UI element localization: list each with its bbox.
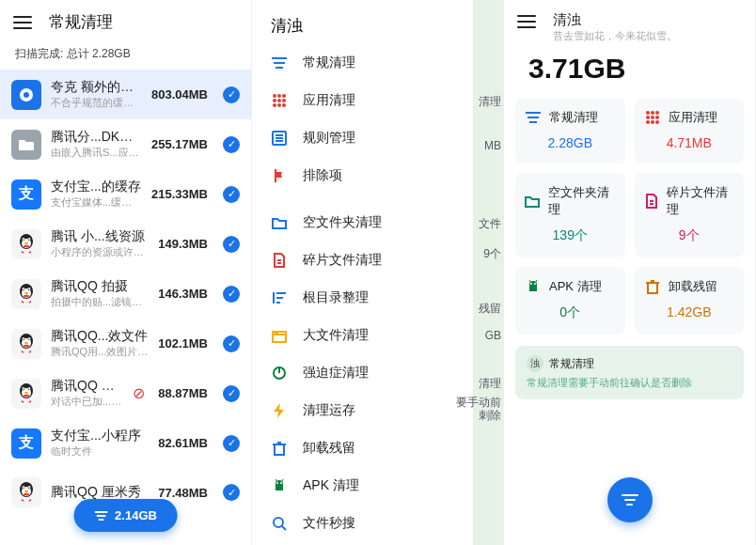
toast[interactable]: 浊 常规清理 常规清理需要手动前往确认是否删除	[515, 346, 744, 399]
page-title: 常规清理	[49, 11, 113, 33]
clean-card[interactable]: 卸载残留1.42GB	[635, 267, 745, 335]
menu-item[interactable]: 应用清理	[252, 82, 503, 119]
card-value: 1.42GB	[644, 304, 735, 319]
clean-fab[interactable]: 2.14GB	[73, 499, 178, 532]
clean-card[interactable]: APK 清理0个	[515, 267, 625, 335]
svg-point-33	[24, 394, 29, 397]
menu-item[interactable]: 卸载残留	[252, 429, 503, 467]
item-name: 腾讯QQ...效文件	[51, 328, 149, 345]
list-item[interactable]: 腾讯 小...线资源小程序的资源或许有用149.3MB✓	[0, 219, 251, 269]
item-name: 腾讯 小...线资源	[51, 228, 149, 245]
list-item[interactable]: 腾讯QQ 拍摄拍摄中的贴...滤镜资源等146.3MB✓	[0, 269, 251, 319]
list-item[interactable]: 支支付宝...的缓存支付宝媒体...缓存文件215.33MB✓	[0, 169, 251, 219]
clean-card[interactable]: 空文件夹清理139个	[515, 173, 625, 257]
menu-label: 常规清理	[303, 54, 355, 71]
fab-size: 2.14GB	[115, 508, 157, 522]
menu-item[interactable]: 排除项	[252, 157, 503, 195]
menu-item[interactable]: APK 清理	[252, 467, 503, 505]
svg-point-1	[24, 92, 29, 98]
checkbox[interactable]: ✓	[223, 385, 240, 402]
qq-icon	[11, 279, 41, 309]
svg-point-91	[655, 120, 659, 124]
menu-item[interactable]: 大文件清理	[252, 317, 503, 354]
clean-card[interactable]: 常规清理2.28GB	[515, 98, 625, 164]
checkbox[interactable]: ✓	[223, 86, 240, 103]
checkbox[interactable]: ✓	[223, 286, 240, 303]
menu-item[interactable]: 文件秒搜	[252, 505, 503, 542]
checkbox[interactable]: ✓	[223, 236, 240, 253]
svg-point-7	[28, 239, 29, 240]
list-item[interactable]: 腾讯QQ 聊天图片对话中已加...的图片缓存⊘88.87MB✓	[0, 368, 251, 418]
flag-icon	[271, 167, 288, 184]
menu-item[interactable]: 常规清理	[252, 44, 503, 82]
list-item[interactable]: 夸克 额外的缓存不合乎规范的缓存目录803.04MB✓	[0, 70, 251, 119]
checkbox[interactable]: ✓	[223, 335, 240, 352]
svg-point-48	[273, 99, 276, 102]
scan-status: 扫描完成: 总计 2.28GB	[0, 42, 251, 70]
clean-card[interactable]: 应用清理4.71MB	[635, 98, 745, 164]
phone3-dashboard: 清浊 昔去雪如花，今来花似雪。 3.71GB 常规清理2.28GB应用清理4.7…	[504, 0, 756, 545]
menu-item[interactable]: 清理运存	[252, 392, 503, 429]
svg-point-8	[24, 242, 28, 244]
card-label: 应用清理	[669, 109, 717, 126]
item-name: 支付宝...的缓存	[51, 179, 142, 195]
folder-icon	[271, 214, 288, 231]
list-item[interactable]: 腾讯QQ...效文件腾讯QQ用...效图片文件102.1MB✓	[0, 319, 251, 368]
checkbox[interactable]: ✓	[223, 186, 240, 203]
svg-point-6	[24, 239, 24, 240]
item-sub: 由嵌入腾讯S...应用生成	[51, 146, 142, 160]
main-fab[interactable]	[607, 477, 653, 522]
item-size: 215.33MB	[151, 187, 208, 201]
menu-label: 根目录整理	[303, 289, 369, 306]
menu-icon[interactable]	[13, 16, 32, 29]
menu-label: 空文件夹清理	[303, 214, 382, 231]
clean-card[interactable]: 碎片文件清理9个	[635, 173, 745, 257]
menu-item[interactable]: 规则管理	[252, 119, 503, 157]
item-sub: 小程序的资源或许有用	[51, 245, 149, 259]
svg-point-73	[280, 482, 282, 484]
item-sub: 拍摄中的贴...滤镜资源等	[51, 295, 149, 309]
header: 清浊 昔去雪如花，今来花似雪。	[504, 0, 755, 47]
svg-line-74	[276, 479, 276, 481]
warn-icon: ⊘	[133, 384, 145, 402]
svg-point-31	[28, 388, 29, 389]
clean-list: 夸克 额外的缓存不合乎规范的缓存目录803.04MB✓腾讯分...DK缓存由嵌入…	[0, 70, 251, 517]
list-item[interactable]: 腾讯分...DK缓存由嵌入腾讯S...应用生成255.17MB✓	[0, 119, 251, 169]
doc-icon	[644, 193, 660, 210]
item-name: 腾讯分...DK缓存	[51, 129, 142, 146]
qq-icon	[11, 477, 41, 507]
item-size: 803.04MB	[151, 87, 208, 101]
app-title: 清浊	[553, 11, 677, 29]
svg-rect-82	[529, 121, 537, 123]
svg-point-83	[646, 111, 650, 115]
trash-icon	[271, 440, 288, 457]
checkbox[interactable]: ✓	[223, 435, 240, 452]
grid-icon	[644, 109, 661, 126]
menu-item[interactable]: 根目录整理	[252, 279, 503, 317]
menu-item[interactable]: 强迫症清理	[252, 354, 503, 392]
menu-icon[interactable]	[517, 15, 536, 28]
alipay-icon: 支	[11, 428, 41, 459]
checkbox[interactable]: ✓	[223, 136, 240, 153]
item-size: 149.3MB	[158, 237, 208, 251]
menu-item[interactable]: 碎片文件清理	[252, 241, 503, 279]
list-icon	[271, 130, 288, 147]
menu-label: 文件秒搜	[303, 515, 355, 532]
card-grid: 常规清理2.28GB应用清理4.71MB空文件夹清理139个碎片文件清理9个AP…	[504, 98, 755, 335]
svg-point-14	[24, 288, 24, 289]
svg-rect-69	[275, 444, 284, 455]
list-item[interactable]: 支支付宝...小程序临时文件82.61MB✓	[0, 418, 251, 468]
toast-icon: 浊	[527, 355, 543, 372]
svg-point-40	[24, 490, 28, 492]
menu-item[interactable]: 空文件夹清理	[252, 204, 503, 241]
svg-point-17	[24, 294, 29, 297]
checkbox[interactable]: ✓	[223, 484, 240, 501]
item-sub: 临时文件	[51, 444, 149, 459]
drawer-menu: 常规清理应用清理规则管理排除项空文件夹清理碎片文件清理根目录整理大文件清理强迫症…	[252, 44, 503, 545]
lines-icon	[271, 54, 288, 71]
svg-point-9	[24, 244, 29, 247]
menu-label: 强迫症清理	[303, 365, 369, 382]
app-title: 清浊	[252, 0, 503, 44]
qq-icon	[11, 329, 41, 359]
menu-label: 规则管理	[303, 130, 355, 147]
